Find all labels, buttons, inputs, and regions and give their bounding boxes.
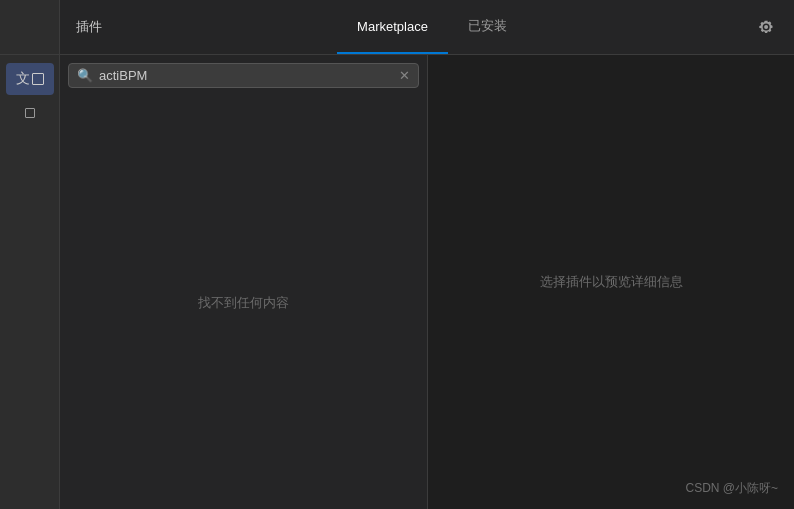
search-input[interactable] xyxy=(99,68,393,83)
search-bar: 🔍 ✕ xyxy=(68,63,419,88)
search-icon: 🔍 xyxy=(77,68,93,83)
tabs-area: Marketplace 已安装 xyxy=(118,0,746,54)
translate-icon: 文 xyxy=(16,70,30,88)
sidebar-item-extension[interactable] xyxy=(6,97,54,129)
clear-icon[interactable]: ✕ xyxy=(399,68,410,83)
tab-installed[interactable]: 已安装 xyxy=(448,0,527,54)
no-results-message: 找不到任何内容 xyxy=(60,96,427,509)
right-panel: 选择插件以预览详细信息 CSDN @小陈呀~ xyxy=(428,55,794,509)
tab-marketplace[interactable]: Marketplace xyxy=(337,0,448,54)
plugin-title: 插件 xyxy=(60,18,118,36)
top-bar: 插件 Marketplace 已安装 xyxy=(0,0,794,55)
top-bar-left-spacer xyxy=(0,0,60,54)
sidebar-item-translate[interactable]: 文 xyxy=(6,63,54,95)
settings-button[interactable] xyxy=(746,7,786,47)
extension-icon xyxy=(32,73,44,85)
right-panel-placeholder: 选择插件以预览详细信息 xyxy=(540,273,683,291)
gear-icon xyxy=(758,19,774,35)
left-panel: 🔍 ✕ 找不到任何内容 xyxy=(60,55,428,509)
main-content: 文 🔍 ✕ 找不到任何内容 选择插件以预览详细信息 CSDN @小陈呀~ xyxy=(0,55,794,509)
small-extension-icon xyxy=(25,108,35,118)
sidebar-icons: 文 xyxy=(0,55,60,509)
watermark: CSDN @小陈呀~ xyxy=(685,480,778,497)
